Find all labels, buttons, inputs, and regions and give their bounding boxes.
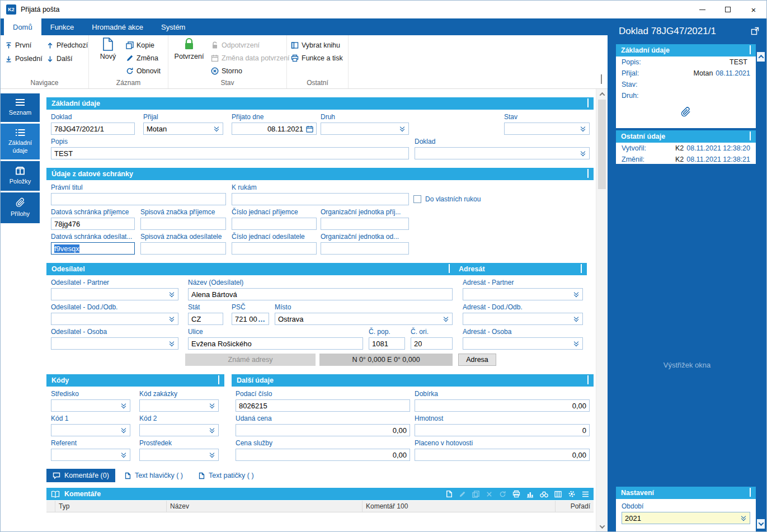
dropdown-icon[interactable] <box>580 150 586 157</box>
menu-icon[interactable] <box>582 491 589 497</box>
dropdown-icon[interactable] <box>121 427 127 434</box>
previous-button[interactable]: Předchozí <box>46 39 88 51</box>
dropdown-icon[interactable] <box>209 451 215 458</box>
c-ori-input[interactable]: 20 <box>411 337 453 350</box>
column-poradi[interactable]: Pořadí <box>556 501 594 512</box>
printer-icon[interactable] <box>512 490 520 498</box>
c-pop-input[interactable]: 1081 <box>369 337 405 350</box>
refresh-button[interactable]: Obnovit <box>126 65 161 77</box>
oj-prijemce-input[interactable] <box>321 218 409 230</box>
copy-button[interactable]: Kopie <box>126 39 154 51</box>
udana-cena-input[interactable]: 0,00 <box>236 424 410 436</box>
period-dropdown[interactable]: 2021 <box>622 512 750 524</box>
functions-print-button[interactable]: Funkce a tisk <box>291 52 343 64</box>
sz-prijemce-input[interactable] <box>140 218 226 230</box>
referent-dropdown[interactable] <box>51 449 130 461</box>
collapse-icon[interactable] <box>218 376 219 384</box>
cena-sluzby-input[interactable]: 0,00 <box>236 449 410 461</box>
ribbon-tab-domu[interactable]: Domů <box>4 18 41 35</box>
sidebar-item-polozky[interactable]: Položky <box>1 161 40 191</box>
misto-dropdown[interactable]: Ostrava <box>275 313 453 325</box>
dropdown-icon[interactable] <box>169 316 175 322</box>
known-addresses-button[interactable]: Známé adresy <box>185 354 316 366</box>
doklad-ref-dropdown[interactable] <box>415 147 590 159</box>
scroll-down-button[interactable] <box>596 521 608 531</box>
ribbon-tab-funkce[interactable]: Funkce <box>41 18 83 35</box>
prijato-dne-date-input[interactable]: 08.11.2021 <box>232 123 317 135</box>
kod1-dropdown[interactable] <box>51 424 130 436</box>
dropdown-icon[interactable] <box>580 125 586 132</box>
tab-text-hlavicky[interactable]: Text hlavičky ( ) <box>119 469 189 482</box>
binoculars-icon[interactable] <box>540 491 548 498</box>
k-rukam-input[interactable] <box>232 193 409 205</box>
close-button[interactable]: × <box>741 1 766 18</box>
dropdown-icon[interactable] <box>443 316 449 322</box>
dropdown-icon[interactable] <box>169 340 175 347</box>
dropdown-icon[interactable] <box>573 316 580 322</box>
do-vlastnich-rukou-checkbox[interactable] <box>413 195 421 203</box>
collapse-icon[interactable] <box>750 133 751 140</box>
adresat-dod-odb-dropdown[interactable] <box>463 313 583 325</box>
prijal-dropdown[interactable]: Motan <box>143 123 223 135</box>
address-button[interactable]: Adresa <box>458 354 496 366</box>
calendar-icon[interactable] <box>306 125 313 133</box>
collapse-icon[interactable] <box>449 265 450 273</box>
nazev-odesilatel-input[interactable]: Alena Bártová <box>188 288 453 300</box>
collapse-icon[interactable] <box>750 46 751 54</box>
ulice-input[interactable]: Evžena Rošického <box>188 337 363 350</box>
odesilatel-partner-dropdown[interactable] <box>51 288 178 300</box>
stav-dropdown[interactable] <box>504 123 590 135</box>
columns-icon[interactable] <box>554 491 562 498</box>
sidebar-item-seznam[interactable]: Seznam <box>1 93 40 122</box>
druh-dropdown[interactable] <box>321 123 409 135</box>
column-typ[interactable]: Typ <box>55 501 167 512</box>
sz-odesilatele-input[interactable] <box>140 242 226 255</box>
dropdown-icon[interactable] <box>573 291 580 298</box>
panel-scroll-down-button[interactable] <box>757 519 765 529</box>
adresat-partner-dropdown[interactable] <box>463 288 583 300</box>
kod2-dropdown[interactable] <box>139 424 219 436</box>
gps-coordinates-button[interactable]: N 0° 0,000 E 0° 0,000 <box>319 354 453 366</box>
collapse-icon[interactable] <box>587 170 589 178</box>
collapse-icon[interactable] <box>587 100 589 107</box>
last-button[interactable]: Poslední <box>5 53 43 65</box>
select-book-button[interactable]: Vybrat knihu <box>291 39 340 51</box>
attachment-paperclip-icon[interactable] <box>681 106 691 117</box>
dropdown-icon[interactable] <box>741 515 747 521</box>
storno-button[interactable]: Storno <box>211 65 242 77</box>
podaci-cislo-input[interactable]: 8026215 <box>236 399 410 412</box>
comments-table-body[interactable] <box>46 512 594 531</box>
prostredek-dropdown[interactable] <box>139 449 219 461</box>
collapse-icon[interactable] <box>587 376 589 384</box>
psc-input[interactable]: 721 00… <box>232 313 269 325</box>
ribbon-tab-hromadne-akce[interactable]: Hromadné akce <box>83 18 152 35</box>
ellipsis-button[interactable]: … <box>258 315 266 323</box>
ds-prijemce-input[interactable]: 78jg476 <box>51 218 135 230</box>
dropdown-icon[interactable] <box>573 340 580 347</box>
hmotnost-input[interactable]: 0 <box>415 424 590 436</box>
pravni-titul-input[interactable] <box>51 193 226 205</box>
dropdown-icon[interactable] <box>214 125 220 132</box>
scrollbar-thumb[interactable] <box>598 100 606 189</box>
collapse-icon[interactable] <box>581 265 582 273</box>
dobirka-input[interactable]: 0,00 <box>415 399 590 412</box>
popis-input[interactable]: TEST <box>51 147 409 159</box>
cj-odesilatele-input[interactable] <box>232 242 317 255</box>
confirm-button[interactable]: Potvrzení <box>171 37 208 60</box>
kod-zakazky-dropdown[interactable] <box>139 399 219 412</box>
settings-gear-icon[interactable] <box>568 490 576 498</box>
tab-komentare[interactable]: Komentáře (0) <box>46 469 115 482</box>
ribbon-tab-system[interactable]: Systém <box>152 18 194 35</box>
change-button[interactable]: Změna <box>126 52 158 64</box>
dropdown-icon[interactable] <box>121 402 127 409</box>
main-scrollbar[interactable] <box>596 89 608 531</box>
odesilatel-osoba-dropdown[interactable] <box>51 337 178 350</box>
column-nazev[interactable]: Název <box>167 501 363 512</box>
cj-prijemce-input[interactable] <box>232 218 317 230</box>
oj-odesilatele-input[interactable] <box>321 242 409 255</box>
dropdown-icon[interactable] <box>121 451 127 458</box>
dropdown-icon[interactable] <box>209 427 215 434</box>
maximize-button[interactable] <box>715 1 741 18</box>
dropdown-icon[interactable] <box>399 125 406 132</box>
next-button[interactable]: Další <box>46 53 72 65</box>
